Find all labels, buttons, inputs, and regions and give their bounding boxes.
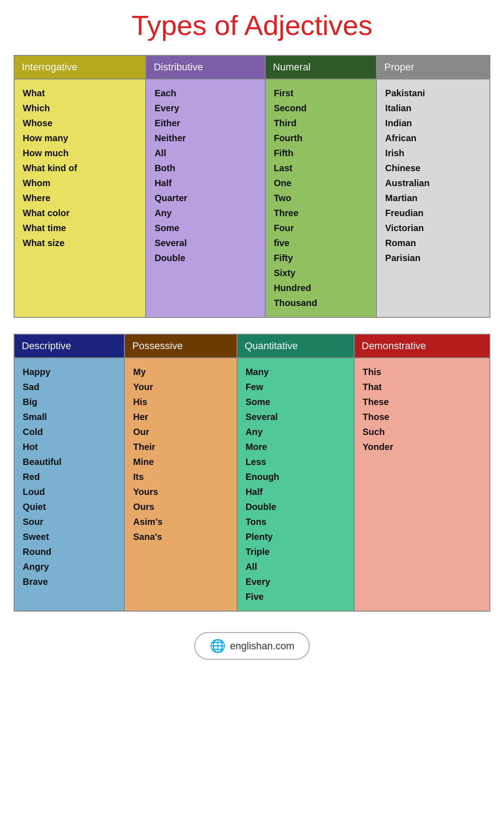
column-header: Descriptive	[14, 334, 124, 358]
column-header: Interrogative	[14, 55, 146, 79]
footer-text: englishan.com	[230, 640, 295, 652]
table-cell: WhatWhichWhoseHow manyHow muchWhat kind …	[14, 79, 146, 317]
column-header: Quantitative	[237, 334, 354, 358]
table-cell: PakistaniItalianIndianAfricanIrishChines…	[376, 79, 490, 317]
table-cell: ManyFewSomeSeveralAnyMoreLessEnoughHalfD…	[237, 358, 354, 611]
column-header: Demonstrative	[354, 334, 490, 358]
table-cell: HappySadBigSmallColdHotBeautifulRedLoudQ…	[14, 358, 124, 611]
column-header: Possessive	[124, 334, 237, 358]
globe-icon: 🌐	[210, 638, 226, 653]
footer-badge: 🌐 englishan.com	[194, 632, 310, 660]
table-cell: EachEveryEitherNeitherAllBothHalfQuarter…	[146, 79, 265, 317]
column-header: Distributive	[146, 55, 265, 79]
column-header: Numeral	[265, 55, 376, 79]
page-title: Types of Adjectives	[132, 9, 373, 41]
table2: DescriptivePossessiveQuantitativeDemonst…	[14, 334, 490, 612]
table-cell: MyYourHisHerOurTheirMineItsYoursOursAsim…	[124, 358, 237, 611]
table-cell: ThisThatTheseThoseSuchYonder	[354, 358, 490, 611]
column-header: Proper	[376, 55, 490, 79]
table1: InterrogativeDistributiveNumeralProper W…	[14, 55, 490, 318]
table-cell: FirstSecondThirdFourthFifthLastOneTwoThr…	[265, 79, 376, 317]
